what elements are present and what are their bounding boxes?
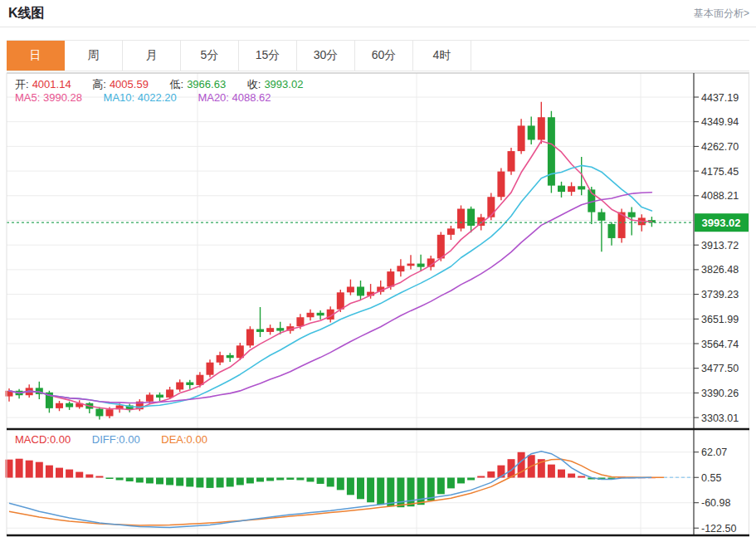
macd-legend: MACD:0.00 DIFF:0.00 DEA:0.00 [15,433,211,446]
svg-text:62.07: 62.07 [701,447,727,458]
open-value: 4001.14 [32,78,71,90]
kline-app: K线图 基本面分析> 日周月5分15分30分60分4时 3993.024437.… [0,0,756,537]
open-label: 开: [15,78,29,90]
diff-value: DIFF:0.00 [92,433,140,446]
svg-text:3739.23: 3739.23 [701,289,739,300]
svg-text:3303.01: 3303.01 [701,413,739,424]
svg-text:4262.70: 4262.70 [701,141,739,153]
svg-text:3390.26: 3390.26 [701,388,739,399]
svg-text:4349.94: 4349.94 [701,116,739,128]
dea-value: DEA:0.00 [161,433,207,446]
svg-text:-60.98: -60.98 [701,497,730,509]
svg-text:3651.99: 3651.99 [701,314,739,325]
close-value: 3993.02 [264,78,303,90]
svg-text:3564.74: 3564.74 [701,339,739,350]
ohlc-legend: 开:4001.14 高:4005.59 低:3966.63 收:3993.02 [15,77,306,92]
svg-text:-122.50: -122.50 [701,523,736,535]
svg-text:4437.19: 4437.19 [701,92,739,104]
high-value: 4005.59 [110,78,149,90]
close-label: 收: [247,78,261,90]
svg-text:0.55: 0.55 [701,472,721,484]
svg-text:3477.50: 3477.50 [701,363,739,374]
ma5-value: MA5: 3990.28 [15,91,82,104]
low-value: 3966.63 [187,78,226,90]
macd-value: MACD:0.00 [15,433,71,446]
low-label: 低: [170,78,184,90]
ma20-value: MA20: 4088.62 [198,91,271,104]
svg-text:3913.72: 3913.72 [701,240,739,251]
svg-text:3993.02: 3993.02 [702,217,741,229]
ma10-value: MA10: 4022.20 [104,91,177,104]
svg-text:4088.21: 4088.21 [701,190,739,202]
svg-text:4175.45: 4175.45 [701,166,739,178]
ma-legend: MA5: 3990.28 MA10: 4022.20 MA20: 4088.62 [15,91,275,104]
svg-text:3826.48: 3826.48 [701,264,739,276]
high-label: 高: [92,78,106,90]
